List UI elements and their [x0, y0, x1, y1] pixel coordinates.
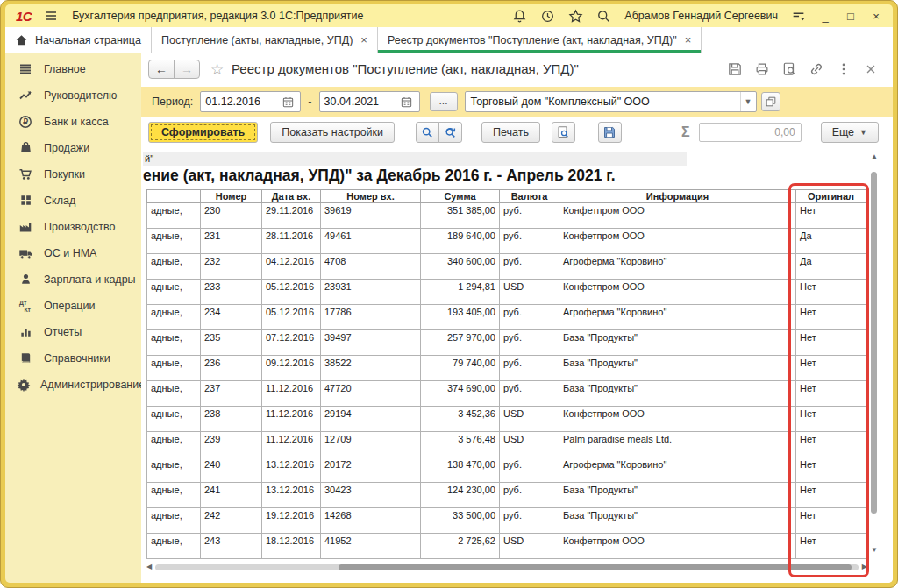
print-preview-icon[interactable] [781, 61, 797, 77]
cell-number[interactable]: 235 [201, 330, 262, 356]
tab-home[interactable]: Начальная страница [5, 27, 152, 53]
cell-original[interactable]: Нет [796, 432, 866, 457]
cell-sum[interactable]: 374 690,00 [421, 381, 500, 407]
cell-info[interactable]: Конфетпром ООО [559, 203, 796, 229]
vertical-scrollbar[interactable]: ▲ ▼ [870, 152, 879, 563]
customize-panels-icon[interactable] [791, 9, 806, 24]
main-menu-icon[interactable] [44, 9, 58, 23]
sidebar-item-ruble-circle[interactable]: ₽Банк и касса [5, 109, 141, 135]
sidebar-item-menu-lines[interactable]: Главное [5, 56, 141, 82]
save-icon[interactable] [727, 61, 743, 77]
cell-original[interactable]: Нет [796, 483, 866, 508]
cell-number[interactable]: 239 [201, 432, 262, 457]
cell-number-in[interactable]: 12709 [321, 432, 421, 457]
current-user[interactable]: Абрамов Геннадий Сергеевич [624, 10, 778, 22]
cell-date-in[interactable]: 11.12.2016 [262, 381, 321, 407]
cell-date-in[interactable]: 05.12.2016 [262, 305, 321, 330]
cell-number-in[interactable]: 41952 [321, 534, 421, 559]
cell-date-in[interactable]: 04.12.2016 [262, 254, 321, 280]
cell-doc-type-clipped[interactable]: адные, [147, 305, 201, 330]
cell-original[interactable]: Нет [796, 356, 866, 381]
cell-currency[interactable]: USD [500, 534, 559, 559]
cell-date-in[interactable]: 07.12.2016 [262, 330, 321, 356]
tab-reestr-dokumentov[interactable]: Реестр документов "Поступление (акт, нак… [378, 27, 702, 53]
cell-currency[interactable]: руб. [500, 457, 559, 483]
save-report-button[interactable] [598, 122, 622, 143]
cell-date-in[interactable]: 05.12.2016 [262, 280, 321, 305]
cell-currency[interactable]: руб. [500, 254, 559, 280]
cell-sum[interactable]: 33 500,00 [421, 508, 500, 534]
cell-date-in[interactable]: 13.12.2016 [262, 483, 321, 508]
back-arrow-button[interactable]: ← [148, 60, 175, 79]
cell-original[interactable]: Да [796, 254, 866, 280]
cell-currency[interactable]: руб. [500, 330, 559, 356]
cell-sum[interactable]: 2 725,62 [421, 534, 500, 559]
cell-number-in[interactable]: 39619 [321, 203, 421, 229]
cell-sum[interactable]: 340 600,00 [421, 254, 500, 280]
cell-number-in[interactable]: 23931 [321, 280, 421, 305]
cell-number-in[interactable]: 29194 [321, 407, 421, 432]
cell-original[interactable]: Нет [796, 280, 866, 305]
cell-number-in[interactable]: 49461 [321, 229, 421, 254]
cell-number-in[interactable]: 47720 [321, 381, 421, 407]
cell-info[interactable]: Агроферма "Коровино" [559, 305, 796, 330]
cell-date-in[interactable]: 13.12.2016 [262, 457, 321, 483]
cell-info[interactable]: Агроферма "Коровино" [559, 254, 796, 280]
horizontal-scroll-thumb[interactable] [339, 564, 852, 570]
cell-info[interactable]: Агроферма "Коровино" [559, 457, 796, 483]
horizontal-scrollbar[interactable]: ◀ ▶ [146, 563, 867, 571]
global-search-icon[interactable] [596, 9, 611, 24]
sidebar-item-shopping-cart[interactable]: Покупки [5, 161, 141, 188]
cell-doc-type-clipped[interactable]: адные, [147, 381, 201, 407]
cell-doc-type-clipped[interactable]: адные, [147, 280, 201, 305]
date-from-field[interactable] [200, 91, 301, 112]
report-clipped-org-line[interactable]: й" [143, 152, 687, 166]
cell-info[interactable]: База "Продукты" [559, 508, 796, 534]
notifications-bell-icon[interactable] [512, 9, 527, 24]
cell-sum[interactable]: 124 230,00 [421, 483, 500, 508]
cell-sum[interactable]: 79 740,00 [421, 356, 500, 381]
print-preview-button[interactable] [552, 122, 575, 143]
tab-postuplenie-akty[interactable]: Поступление (акты, накладные, УПД) × [152, 27, 378, 53]
cell-original[interactable]: Нет [796, 330, 866, 356]
cell-number[interactable]: 230 [201, 203, 262, 229]
cell-number-in[interactable]: 20172 [321, 457, 421, 483]
sidebar-item-shopping-bag[interactable]: Продажи [5, 135, 141, 161]
print-button[interactable]: Печать [481, 122, 540, 143]
header-info[interactable]: Информация [559, 190, 796, 203]
cell-original[interactable]: Нет [796, 508, 866, 534]
cell-date-in[interactable]: 09.12.2016 [262, 356, 321, 381]
scroll-up-icon[interactable]: ▲ [870, 152, 879, 160]
period-options-button[interactable]: ... [430, 92, 458, 111]
close-window-icon[interactable]: × [870, 10, 882, 23]
sidebar-item-dt-kt[interactable]: ДтКтОперации [5, 293, 141, 319]
sidebar-item-book[interactable]: Справочники [5, 345, 141, 372]
show-settings-button[interactable]: Показать настройки [270, 122, 395, 143]
cell-original[interactable]: Нет [796, 381, 866, 407]
open-organization-icon[interactable] [761, 92, 780, 111]
cell-currency[interactable]: руб. [500, 508, 559, 534]
cell-number[interactable]: 234 [201, 305, 262, 330]
close-tab-icon[interactable]: × [685, 33, 692, 46]
cell-sum[interactable]: 3 576,48 [421, 432, 500, 457]
cell-doc-type-clipped[interactable]: адные, [147, 330, 201, 356]
cell-date-in[interactable]: 19.12.2016 [262, 508, 321, 534]
cell-currency[interactable]: USD [500, 280, 559, 305]
cell-date-in[interactable]: 18.12.2016 [262, 534, 321, 559]
calendar-icon[interactable] [396, 92, 418, 111]
generate-button[interactable]: Сформировать [148, 122, 258, 143]
header-number-in[interactable]: Номер вх. [321, 190, 421, 203]
cell-number-in[interactable]: 30423 [321, 483, 421, 508]
cell-currency[interactable]: руб. [500, 381, 559, 407]
minimize-icon[interactable]: _ [819, 10, 831, 23]
date-to-field[interactable] [319, 91, 420, 112]
cell-number[interactable]: 232 [201, 254, 262, 280]
sidebar-item-gear[interactable]: Администрирование [5, 372, 141, 398]
cell-number[interactable]: 233 [201, 280, 262, 305]
cell-date-in[interactable]: 29.11.2016 [262, 203, 321, 229]
maximize-icon[interactable]: □ [845, 10, 857, 23]
cell-number-in[interactable]: 14268 [321, 508, 421, 534]
cell-number-in[interactable]: 17786 [321, 305, 421, 330]
cell-sum[interactable]: 351 385,00 [421, 203, 500, 229]
cell-number[interactable]: 240 [201, 457, 262, 483]
